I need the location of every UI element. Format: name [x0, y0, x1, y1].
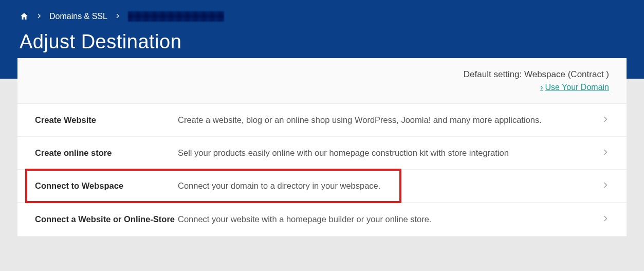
row-description: Connect your domain to a directory in yo… [178, 181, 594, 191]
chevron-right-icon [602, 115, 609, 125]
chevron-right-icon [115, 12, 121, 21]
row-description: Connect your website with a homepage bui… [178, 214, 594, 224]
chevron-right-icon [602, 180, 609, 191]
use-your-domain-label: Use Your Domain [545, 83, 609, 92]
row-create-online-store[interactable]: Create online store Sell your products e… [17, 137, 627, 170]
row-title: Connect to Webspace [35, 181, 178, 191]
row-description: Sell your products easily online with ou… [178, 148, 594, 158]
row-title: Connect a Website or Online-Store [35, 213, 178, 225]
row-create-website[interactable]: Create Website Create a website, blog or… [17, 104, 627, 137]
destination-list: Create Website Create a website, blog or… [17, 104, 627, 237]
home-icon[interactable] [20, 12, 29, 21]
row-title: Create online store [35, 148, 178, 158]
breadcrumb-current-redacted [128, 11, 224, 22]
chevron-right-icon [602, 214, 609, 225]
row-description: Create a website, blog or an online shop… [178, 115, 594, 125]
default-setting-text: Default setting: Webspace (Contract ) [464, 69, 609, 79]
row-title: Create Website [35, 115, 178, 125]
row-connect-to-webspace[interactable]: Connect to Webspace Connect your domain … [17, 170, 627, 203]
breadcrumb-domains-ssl[interactable]: Domains & SSL [49, 12, 107, 21]
use-your-domain-link[interactable]: ›Use Your Domain [35, 83, 609, 92]
info-bar: Default setting: Webspace (Contract ) ›U… [17, 58, 627, 104]
row-connect-website-or-store[interactable]: Connect a Website or Online-Store Connec… [17, 203, 627, 237]
chevron-right-icon [602, 148, 609, 158]
chevron-right-icon: › [540, 83, 543, 92]
breadcrumb: Domains & SSL [20, 11, 624, 22]
content-panel: Default setting: Webspace (Contract ) ›U… [17, 58, 627, 237]
chevron-right-icon [36, 12, 42, 21]
page-title: Adjust Destination [20, 31, 624, 53]
